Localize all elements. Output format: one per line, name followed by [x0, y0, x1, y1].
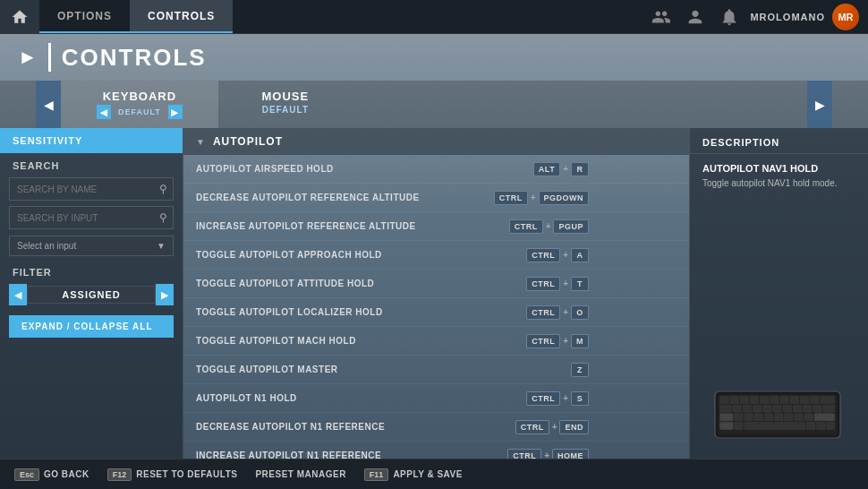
- home-button[interactable]: [0, 0, 39, 33]
- collapse-icon: ▼: [196, 137, 206, 147]
- control-keys: CTRL+O: [526, 305, 589, 320]
- reset-defaults-action[interactable]: F12 RESET TO DEFAULTS: [107, 468, 238, 481]
- control-name: TOGGLE AUTOPILOT ATTITUDE HOLD: [196, 279, 526, 288]
- apply-save-action[interactable]: F11 APPLY & SAVE: [364, 468, 463, 481]
- tab-mouse-label: MOUSE: [262, 90, 310, 103]
- svg-rect-29: [774, 414, 783, 421]
- reset-defaults-label: RESET TO DEFAULTS: [136, 469, 237, 479]
- tab-keyboard[interactable]: KEYBOARD ◀ DEFAULT ▶: [61, 81, 218, 128]
- options-tab[interactable]: OPTIONS: [39, 0, 130, 33]
- svg-rect-27: [754, 414, 763, 421]
- svg-rect-17: [762, 405, 771, 412]
- description-title: AUTOPILOT NAV1 HOLD: [690, 154, 868, 177]
- svg-rect-28: [764, 414, 773, 421]
- key-plus: +: [552, 422, 557, 432]
- control-keys: CTRL+T: [526, 277, 589, 291]
- control-keys: CTRL+PGDOWN: [494, 191, 589, 205]
- search-by-input-input[interactable]: [10, 209, 154, 227]
- control-name: DECREASE AUTOPILOT REFERENCE ALTITUDE: [196, 193, 494, 202]
- keyboard-tab-next[interactable]: ▶: [168, 105, 183, 119]
- search-by-name-input[interactable]: [10, 180, 154, 199]
- key-badge: CTRL: [494, 191, 528, 205]
- key-plus: +: [544, 450, 549, 459]
- search-by-input-row: ⚲: [9, 206, 174, 229]
- user-avatar[interactable]: MR: [832, 4, 859, 30]
- svg-rect-23: [822, 405, 834, 412]
- left-sidebar: SENSITIVITY SEARCH ⚲ ⚲ Select an input ▼…: [0, 128, 183, 459]
- search-by-name-row: ⚲: [9, 177, 174, 201]
- apply-save-label: APPLY & SAVE: [393, 469, 463, 479]
- home-icon: [11, 8, 29, 26]
- autopilot-category-header[interactable]: ▼ AUTOPILOT: [183, 128, 689, 155]
- control-row[interactable]: DECREASE AUTOPILOT REFERENCE ALTITUDECTR…: [183, 184, 689, 212]
- svg-rect-10: [800, 397, 809, 404]
- key-plus: +: [563, 336, 568, 346]
- svg-rect-33: [814, 414, 834, 421]
- title-arrow-icon: ►: [18, 46, 38, 69]
- key-badge: END: [559, 420, 589, 434]
- go-back-action[interactable]: Esc GO BACK: [14, 468, 89, 481]
- tab-keyboard-sublabel: DEFAULT: [115, 107, 165, 116]
- search-input-icon: ⚲: [154, 207, 173, 228]
- control-keys: CTRL+HOME: [507, 449, 589, 459]
- tab-prev-button[interactable]: ◀: [36, 81, 61, 128]
- svg-rect-25: [734, 414, 743, 421]
- filter-next-button[interactable]: ▶: [156, 284, 174, 305]
- profile-icon[interactable]: [682, 4, 709, 30]
- main-list-area: ▼ AUTOPILOT AUTOPILOT AIRSPEED HOLDALT+R…: [183, 128, 689, 459]
- svg-rect-32: [804, 414, 813, 421]
- svg-rect-18: [772, 405, 781, 412]
- control-row[interactable]: INCREASE AUTOPILOT N1 REFERENCECTRL+HOME: [183, 442, 689, 459]
- control-row[interactable]: AUTOPILOT N1 HOLDCTRL+S: [183, 384, 689, 413]
- control-name: AUTOPILOT N1 HOLD: [196, 393, 526, 403]
- svg-rect-9: [790, 397, 799, 404]
- svg-rect-2: [719, 397, 728, 404]
- control-row[interactable]: INCREASE AUTOPILOT REFERENCE ALTITUDECTR…: [183, 212, 689, 241]
- control-name: INCREASE AUTOPILOT REFERENCE ALTITUDE: [196, 221, 509, 231]
- tab-next-button[interactable]: ▶: [807, 81, 832, 128]
- tab-mouse[interactable]: MOUSE DEFAULT: [218, 81, 353, 128]
- key-badge: Z: [571, 363, 589, 377]
- control-row[interactable]: AUTOPILOT AIRSPEED HOLDALT+R: [183, 155, 689, 184]
- key-badge: CTRL: [526, 305, 560, 320]
- control-keys: CTRL+M: [526, 334, 589, 348]
- select-input-dropdown[interactable]: Select an input ▼: [9, 236, 174, 256]
- right-description-panel: DESCRIPTION AUTOPILOT NAV1 HOLD Toggle a…: [689, 128, 868, 459]
- controls-tab[interactable]: CONTROLS: [130, 0, 233, 33]
- control-row[interactable]: DECREASE AUTOPILOT N1 REFERENCECTRL+END: [183, 413, 689, 442]
- description-text: Toggle autopilot NAV1 hold mode.: [690, 177, 868, 190]
- key-badge: CTRL: [507, 449, 541, 459]
- svg-rect-12: [820, 397, 834, 404]
- sensitivity-button[interactable]: SENSITIVITY: [0, 128, 183, 153]
- control-row[interactable]: TOGGLE AUTOPILOT MASTERZ: [183, 356, 689, 384]
- tab-keyboard-label: KEYBOARD: [103, 90, 176, 103]
- preset-manager-action[interactable]: PRESET MANAGER: [255, 469, 345, 479]
- svg-rect-31: [794, 414, 803, 421]
- control-keys: CTRL+END: [515, 420, 589, 434]
- expand-collapse-button[interactable]: EXPAND / COLLAPSE ALL: [9, 315, 174, 338]
- control-row[interactable]: TOGGLE AUTOPILOT MACH HOLDCTRL+M: [183, 327, 689, 356]
- preset-manager-label: PRESET MANAGER: [255, 469, 345, 479]
- control-name: DECREASE AUTOPILOT N1 REFERENCE: [196, 422, 515, 432]
- key-badge: O: [571, 305, 589, 320]
- select-input-chevron: ▼: [157, 241, 166, 251]
- page-title-bar: ► CONTROLS: [0, 34, 868, 81]
- filter-prev-button[interactable]: ◀: [9, 284, 27, 305]
- main-content: ► CONTROLS ◀ KEYBOARD ◀ DEFAULT ▶ MOUSE …: [0, 34, 868, 489]
- control-row[interactable]: TOGGLE AUTOPILOT APPROACH HOLDCTRL+A: [183, 241, 689, 270]
- control-row[interactable]: TOGGLE AUTOPILOT LOCALIZER HOLDCTRL+O: [183, 298, 689, 327]
- notifications-icon[interactable]: [716, 4, 743, 30]
- svg-rect-5: [750, 397, 759, 404]
- control-keys: CTRL+A: [526, 248, 589, 262]
- control-row[interactable]: TOGGLE AUTOPILOT ATTITUDE HOLDCTRL+T: [183, 270, 689, 298]
- key-badge: PGUP: [553, 219, 589, 234]
- svg-rect-21: [803, 405, 812, 412]
- key-badge: CTRL: [515, 420, 549, 434]
- svg-rect-16: [753, 405, 762, 412]
- community-icon[interactable]: [648, 4, 675, 30]
- svg-rect-37: [806, 422, 815, 429]
- keyboard-tab-prev[interactable]: ◀: [97, 105, 111, 119]
- f12-key: F12: [107, 468, 132, 481]
- content-wrapper: ► CONTROLS ◀ KEYBOARD ◀ DEFAULT ▶ MOUSE …: [0, 34, 868, 489]
- control-name: AUTOPILOT AIRSPEED HOLD: [196, 164, 533, 174]
